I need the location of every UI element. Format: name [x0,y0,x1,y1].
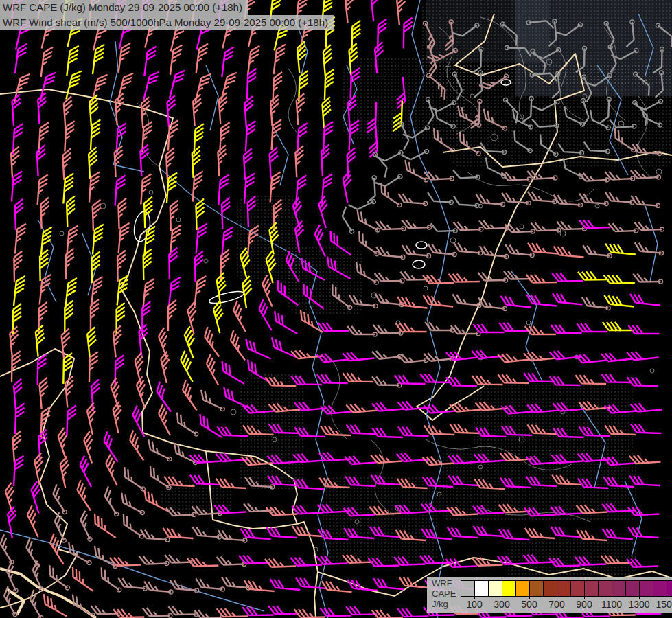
legend-cell-10 [599,581,612,596]
cape-legend: WRF CAPE J/kg 10030050070090011001300150… [427,577,672,613]
legend-tick-label: 1500 [656,599,672,610]
legend-cell-5 [530,581,544,596]
legend-label-cape: CAPE [432,588,456,599]
legend-label: WRF CAPE J/kg [432,578,456,609]
legend-cell-7 [557,581,571,596]
legend-cell-1 [475,581,489,596]
stipple-texture [323,477,439,563]
legend-cell-13 [640,581,653,596]
legend-cell-3 [502,581,516,596]
stipple-texture [474,385,635,453]
legend-cell-4 [516,581,530,596]
title-line-windshear: WRF Wind shear (m/s) 500/1000hPa Monday … [0,15,334,30]
legend-color-scale [461,580,672,597]
legend-tick-label: 900 [576,599,592,610]
legend-cell-8 [571,581,585,596]
legend-cell-2 [489,581,502,596]
legend-cell-6 [544,581,557,596]
legend-cell-11 [612,581,626,596]
legend-cell-0 [461,581,475,596]
legend-cell-12 [626,581,640,596]
weather-map-screen: WRF CAPE (J/kg) Monday 29-09-2025 00:00 … [0,0,672,618]
legend-tick-label: 1300 [628,599,649,610]
legend-cell-9 [585,581,599,596]
legend-tick-label: 100 [466,599,482,610]
stipple-texture [288,247,364,316]
legend-tick-label: 500 [521,599,537,610]
legend-cell-14 [653,581,667,596]
weather-map-canvas [0,0,672,618]
legend-tick-label: 700 [548,599,564,610]
legend-cell-15 [667,581,672,596]
legend-label-units: J/kg [432,599,456,609]
legend-tick-label: 1100 [601,599,622,610]
title-line-cape: WRF CAPE (J/kg) Monday 29-09-2025 00:00 … [0,0,248,15]
legend-label-wrf: WRF [432,578,456,588]
legend-tick-label: 300 [494,599,509,610]
